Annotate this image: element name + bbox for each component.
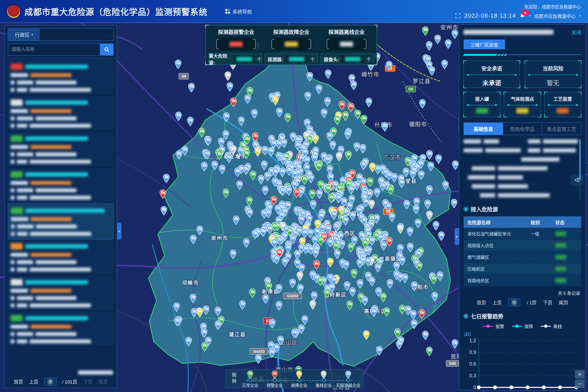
road-shield: G4203 [250, 348, 268, 354]
svg-text:0.9: 0.9 [469, 350, 476, 355]
pagination-next[interactable]: 下页 [83, 378, 92, 385]
notification-bell-button[interactable]: 0 [519, 13, 525, 19]
pin-icon [345, 370, 352, 379]
decorative-divider [464, 54, 581, 56]
tab-2[interactable]: 危险化学品 [503, 123, 542, 135]
company-card[interactable] [8, 60, 114, 96]
safety-promise-box: 安全承诺 未承诺 [464, 61, 520, 88]
region-filter-input[interactable] [40, 29, 113, 41]
company-list [8, 60, 114, 367]
table-header: 状态 [555, 219, 581, 226]
close-panel-button[interactable]: 关闭 [571, 29, 581, 36]
list-footer: 首页 上页 / 101页 下页 尾页 [5, 370, 117, 385]
pagination-first[interactable]: 首页 [14, 378, 23, 385]
table-record-count: 共 5 条记录 [465, 290, 580, 296]
company-sidebar: 行政区 ▾ [4, 25, 117, 388]
road-shield: G4202 [284, 293, 302, 299]
company-card[interactable] [8, 275, 114, 311]
asset-count-box: 工艺装置 [544, 92, 581, 117]
chart-legend-item[interactable]: 离线 [541, 323, 562, 329]
map-label: 罗江县 [413, 78, 431, 84]
pagination-last[interactable]: 尾页 [98, 378, 108, 385]
chart-unit-label: (起) [464, 331, 581, 337]
safety-promise-label: 安全承诺 [464, 65, 520, 72]
table-row[interactable]: 燃气储罐区 [464, 251, 581, 263]
collapse-sidebar-button[interactable]: « [117, 223, 121, 240]
map-label: 绵竹市 [362, 71, 379, 78]
current-risk-value: 暂无 [525, 78, 581, 87]
table-row[interactable]: 铁路栈桥区 [464, 275, 581, 286]
svg-text:G5: G5 [408, 87, 414, 91]
hazard-section-title: 接入危险源 [471, 205, 498, 213]
sidebar-pagination: 首页 上页 / 101页 下页 尾页 [8, 378, 113, 385]
collapse-detail-button[interactable]: » [455, 228, 459, 245]
company-card[interactable] [8, 239, 114, 275]
factory-tour-3d-button[interactable]: 三维厂区巡查 [464, 39, 505, 49]
legend-title: 图例 [230, 373, 237, 385]
section-bullet-icon [464, 207, 468, 212]
pin-icon [320, 370, 327, 379]
chart-legend-item[interactable]: 报警 [483, 323, 504, 329]
map-legend: 图例 正常企业 预警企业 故障企业 离线企业 无探测器企业 [225, 369, 363, 388]
asset-count-box: 接入罐 [464, 92, 500, 117]
scrollbar[interactable] [579, 139, 581, 201]
road-shield: S9 [179, 73, 189, 79]
company-card[interactable] [8, 167, 114, 203]
trend-section-title: 七日报警趋势 [471, 312, 503, 320]
fullscreen-icon[interactable] [455, 13, 461, 19]
current-risk-box: 当前风险 暂无 [525, 61, 581, 88]
table-row[interactable]: 压缩机区 [464, 263, 581, 275]
map-label: 邛崃市 [182, 280, 199, 286]
company-card[interactable] [8, 96, 114, 131]
stat-card: 探测器离线企业 [319, 27, 374, 51]
company-card[interactable] [8, 203, 114, 239]
page-number-input[interactable] [508, 298, 520, 306]
section-bullet-icon [464, 314, 468, 318]
table-header: 级别 [531, 219, 555, 226]
app-logo-icon [7, 5, 20, 18]
asset-count-box: 气体检测点 [504, 92, 541, 117]
hazard-table: 危险源名称级别状态 液化石油气储罐区单元一级 视频接入点位 燃气储罐区 压缩机区… [464, 216, 581, 286]
org-menu[interactable]: 成都市应急救援中心 [534, 13, 576, 19]
tab-1[interactable]: 基础信息 [464, 123, 503, 135]
svg-text:0.6: 0.6 [469, 361, 476, 367]
region-filter-select[interactable]: 行政区 ▾ [8, 29, 40, 41]
record-count-redacted [78, 370, 113, 375]
search-button[interactable] [100, 44, 114, 56]
collapse-info-button[interactable] [571, 174, 583, 186]
chart-legend-item[interactable]: 故障 [512, 323, 533, 329]
search-icon [104, 47, 109, 52]
pagination-next[interactable]: 下页 [543, 299, 552, 306]
pagination-prev[interactable]: 上页 [29, 378, 38, 385]
page-number-input[interactable] [44, 378, 56, 385]
chevron-down-icon: ▾ [579, 14, 581, 18]
chevron-down-icon: ▾ [529, 14, 531, 18]
company-card[interactable] [8, 131, 114, 167]
company-card[interactable] [8, 311, 114, 347]
trend-section-header: 七日报警趋势 [464, 312, 581, 320]
legend-item: 预警企业 [262, 369, 287, 388]
search-input[interactable] [8, 44, 100, 56]
map-label: 崇州市 [211, 235, 228, 241]
road-shield: S40 [446, 360, 459, 366]
pin-icon [271, 370, 278, 379]
pagination-prev[interactable]: 上页 [492, 299, 502, 306]
hazard-section-header: 接入危险源 [464, 205, 581, 213]
pagination-last[interactable]: 尾页 [559, 299, 568, 306]
tab-3[interactable]: 重点监管工艺 [542, 123, 581, 135]
basic-info-section [464, 139, 581, 203]
map-zoom-control: + − [575, 370, 585, 388]
pagination-first[interactable]: 首页 [477, 299, 486, 306]
table-row[interactable]: 液化石油气储罐区单元一级 [464, 228, 581, 240]
current-risk-label: 当前风险 [525, 65, 581, 72]
svg-text:0.3: 0.3 [469, 373, 476, 378]
legend-item: 正常企业 [238, 369, 262, 388]
table-pagination: 首页 上页 / 1页 下页 尾页 [464, 298, 581, 306]
stat-counter: 重大危险源: 个 [209, 53, 262, 65]
zoom-out-button[interactable]: − [575, 379, 585, 388]
stat-counter: 摄像头: 个 [321, 53, 374, 65]
notification-count-badge: 0 [522, 10, 529, 16]
table-row[interactable]: 视频接入点位 [464, 240, 581, 251]
zoom-in-button[interactable]: + [575, 370, 585, 379]
system-nav-button[interactable]: 系统导航 [225, 8, 252, 15]
